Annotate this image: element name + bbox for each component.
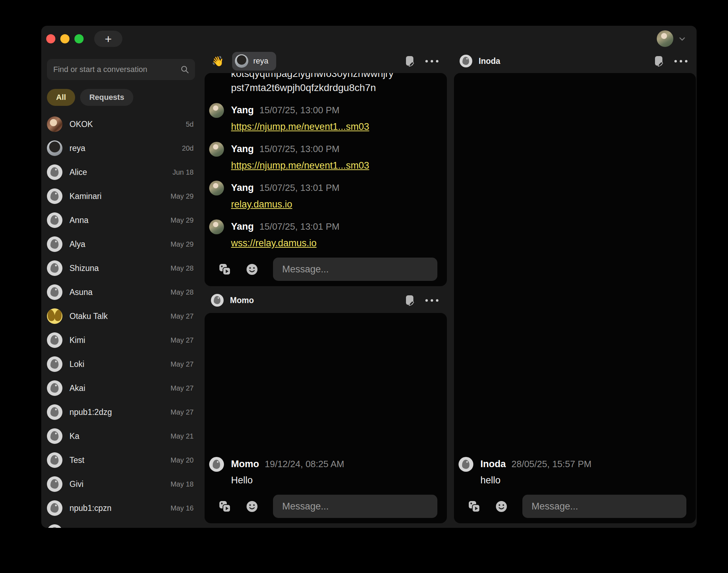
filter-requests[interactable]: Requests [80,89,133,106]
emoji-picker-icon[interactable] [246,500,258,513]
avatar [235,54,248,68]
avatar [47,236,62,252]
conversation-name: Givi [69,479,163,489]
list-item[interactable]: npub1:2dzg May 27 [47,400,195,424]
message-author: Yang [231,142,254,156]
conversation-name: Alice [69,168,165,177]
npub-line-clipped: kotsqyqtmpag2lygnwfo30ynznwwnjry [231,73,447,81]
conversation-name: Akai [69,384,163,393]
avatar [47,188,62,204]
filter-chips: All Requests [47,89,133,106]
list-item[interactable]: Givi May 18 [47,472,195,496]
message-author: Momo [231,457,259,471]
list-item[interactable]: npub1:cpzn May 16 [47,496,195,520]
list-item[interactable]: Kaminari May 29 [47,184,195,208]
list-item[interactable]: reya 20d [47,136,195,160]
avatar [460,55,472,67]
conversation-name: Loki [69,360,163,369]
more-options-icon[interactable] [425,58,439,65]
zoom-window-button[interactable] [74,34,84,43]
conversation-list: OKOK 5d reya 20d Alice Jun 18 Kaminari M… [47,112,195,528]
conversation-name: Kimi [69,336,163,345]
media-picker-icon[interactable] [218,500,231,513]
avatar [47,212,62,228]
minimize-window-button[interactable] [60,34,69,43]
avatar [209,181,224,195]
list-item[interactable]: Akai May 27 [47,376,195,400]
close-window-button[interactable] [46,34,55,43]
app-window: + All Requests OKOK 5d rey [41,26,697,528]
message-author: Yang [231,103,254,117]
list-item[interactable]: Test May 20 [47,448,195,472]
list-item-partial[interactable] [47,520,195,528]
conversation-date: 20d [182,144,194,152]
conversation-date: May 21 [170,432,194,440]
conversation-date: May 28 [170,288,194,296]
conversation-name: npub1:cpzn [69,503,163,513]
window-controls [46,34,84,43]
more-options-icon[interactable] [674,58,688,65]
reya-chat-header: 👋 reya [205,49,447,73]
note-icon[interactable] [405,295,415,306]
list-item[interactable]: Alice Jun 18 [47,160,195,184]
search-input[interactable] [47,59,195,80]
note-icon[interactable] [654,56,664,67]
avatar [47,524,62,528]
avatar [47,476,62,492]
message-link[interactable]: https://njump.me/nevent1...sm03 [231,120,369,134]
conversation-name: OKOK [69,120,179,129]
more-options-icon[interactable] [425,297,439,304]
message-text: hello [480,473,696,487]
avatar [47,308,62,324]
list-item[interactable]: Asuna May 28 [47,280,195,304]
note-icon[interactable] [405,56,415,67]
conversation-date: May 29 [170,192,194,200]
conversation-date: 5d [186,120,194,128]
message-link[interactable]: wss://relay.damus.io [231,236,317,250]
right-column: Inoda Inoda 28/05/25, 15:57 PM hello [454,26,696,528]
message-input[interactable] [273,495,437,518]
avatar [209,103,224,118]
message-author: Yang [231,181,254,195]
list-item[interactable]: Loki May 27 [47,352,195,376]
tab-reya[interactable]: reya [232,52,276,71]
conversation-name: reya [69,144,175,153]
list-item[interactable]: OKOK 5d [47,112,195,136]
emoji-picker-icon[interactable] [246,263,258,276]
message-composer [205,494,447,518]
media-picker-icon[interactable] [218,263,231,276]
avatar [47,380,62,396]
conversation-date: May 27 [170,384,194,392]
avatar [209,457,224,472]
list-item[interactable]: Otaku Talk May 27 [47,304,195,328]
conversation-name: Otaku Talk [69,312,163,321]
list-item[interactable]: Anna May 29 [47,208,195,232]
filter-all[interactable]: All [47,89,75,106]
reya-chat-body: kotsqyqtmpag2lygnwfo30ynznwwnjry pst7mta… [205,73,447,286]
message-input[interactable] [273,258,437,281]
avatar [209,142,224,157]
conversation-date: May 27 [170,360,194,368]
chat-message: Yang 15/07/25, 13:01 PM relay.damus.io [205,181,447,211]
message-input[interactable] [522,495,686,518]
new-tab-button[interactable]: + [94,31,122,47]
chat-message: Yang 15/07/25, 13:01 PM wss://relay.damu… [205,219,447,250]
list-item[interactable]: Kimi May 27 [47,328,195,352]
conversation-name: Ka [69,432,163,441]
avatar [47,404,62,420]
list-item[interactable]: Alya May 29 [47,232,195,256]
message-link[interactable]: https://njump.me/nevent1...sm03 [231,158,369,173]
message-composer [454,494,696,518]
media-picker-icon[interactable] [468,500,480,513]
list-item[interactable]: Shizuna May 28 [47,256,195,280]
avatar [47,356,62,372]
avatar [459,457,473,472]
message-timestamp: 15/07/25, 13:00 PM [260,142,340,156]
message-timestamp: 19/12/24, 08:25 AM [265,457,344,471]
emoji-picker-icon[interactable] [495,500,508,513]
message-link[interactable]: relay.damus.io [231,197,292,211]
chat-title: Momo [230,296,254,305]
conversation-name: Test [69,456,163,465]
chat-message: Yang 15/07/25, 13:00 PM https://njump.me… [205,142,447,173]
list-item[interactable]: Ka May 21 [47,424,195,448]
